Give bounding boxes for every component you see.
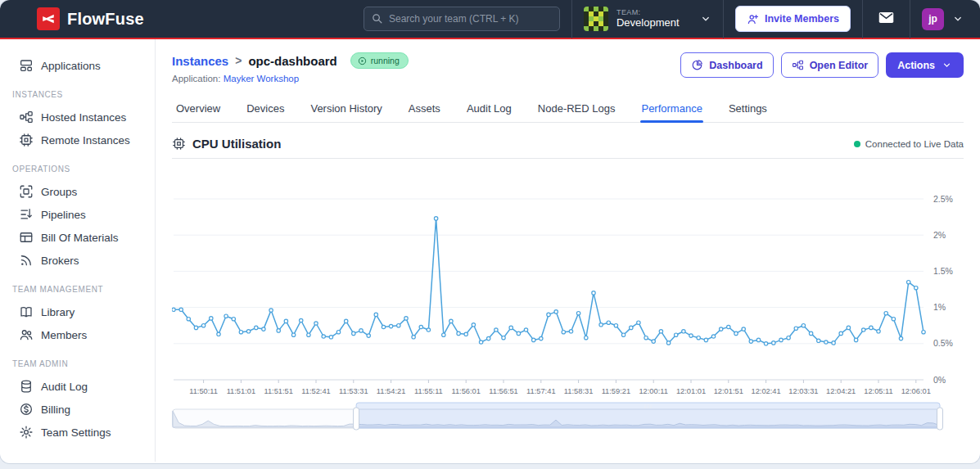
actions-button[interactable]: Actions [886,52,964,78]
breadcrumb-instances-link[interactable]: Instances [172,54,228,68]
sidebar-item-members[interactable]: Members [0,323,155,346]
dashboard-button-label: Dashboard [709,60,762,71]
sidebar-item-hosted-instances[interactable]: Hosted Instances [0,106,155,129]
invite-members-button[interactable]: Invite Members [735,6,851,32]
main-content: Instances > opc-dashboard running Applic… [156,39,980,462]
instance-tabs: OverviewDevicesVersion HistoryAssetsAudi… [172,97,964,123]
remote-instances-icon [19,133,34,147]
sidebar-item-bill-of-materials[interactable]: Bill Of Materials [0,226,155,249]
svg-text:12:02:41: 12:02:41 [751,387,780,395]
svg-text:11:51:01: 11:51:01 [227,387,256,395]
pipelines-icon [19,207,34,222]
tab-version-history[interactable]: Version History [309,97,382,122]
team-selector[interactable]: TEAM: Development [571,0,723,38]
invite-members-label: Invite Members [765,13,839,25]
sidebar-item-pipelines[interactable]: Pipelines [0,203,155,226]
live-status-label: Connected to Live Data [865,139,964,149]
sidebar-item-label: Audit Log [41,381,88,393]
svg-text:2%: 2% [933,230,946,240]
sidebar-item-brokers[interactable]: Brokers [0,249,155,272]
svg-text:11:56:01: 11:56:01 [451,387,481,395]
sidebar-section-team-management: TEAM MANAGEMENT [0,272,155,300]
cpu-chart: 0%0.5%1%1.5%2%2.5%11:50:1111:51:0111:51:… [172,162,964,437]
svg-text:11:53:31: 11:53:31 [339,387,368,395]
svg-text:12:01:51: 12:01:51 [714,387,743,395]
members-icon [19,327,34,342]
sidebar-item-label: Bill Of Materials [41,232,119,244]
sidebar-item-applications[interactable]: Applications [0,54,155,77]
billing-icon [19,402,34,417]
sidebar-section-operations: OPERATIONS [0,151,155,180]
applications-icon [19,58,34,73]
tab-assets[interactable]: Assets [408,97,441,122]
brokers-icon [19,253,34,268]
svg-text:0%: 0% [933,375,946,385]
hosted-instances-icon [19,110,34,124]
user-plus-icon [747,13,759,25]
application-link[interactable]: Mayker Workshop [224,74,299,83]
tab-performance[interactable]: Performance [640,97,702,122]
breadcrumb-separator: > [235,54,242,67]
tab-devices[interactable]: Devices [246,97,285,122]
sidebar-item-label: Team Settings [41,426,111,439]
svg-text:11:54:21: 11:54:21 [377,387,406,395]
svg-text:12:00:11: 12:00:11 [639,387,668,395]
sidebar-item-team-settings[interactable]: Team Settings [0,421,155,444]
svg-text:12:01:01: 12:01:01 [676,387,706,395]
svg-text:11:56:51: 11:56:51 [489,387,518,395]
audit-log-icon [19,379,34,394]
cpu-icon [172,137,186,151]
team-settings-icon [19,425,34,440]
instance-name: opc-dashboard [248,54,336,68]
svg-text:1.5%: 1.5% [933,266,953,276]
team-search [364,7,560,31]
cpu-line-chart: 0%0.5%1%1.5%2%2.5%11:50:1111:51:0111:51:… [172,162,960,398]
panel-header: CPU Utilisation Connected to Live Data [172,137,964,159]
chevron-down-icon [952,13,964,25]
open-editor-button-label: Open Editor [810,60,869,71]
top-navbar: FlowFuse TEAM: Development Invite M [0,0,980,39]
svg-text:0.5%: 0.5% [933,338,953,348]
flowfuse-brand[interactable]: FlowFuse [37,7,144,30]
svg-text:11:55:11: 11:55:11 [414,387,443,395]
sidebar-item-remote-instances[interactable]: Remote Instances [0,129,155,151]
bill-of-materials-icon [19,230,34,245]
tab-node-red-logs[interactable]: Node-RED Logs [537,97,616,122]
sidebar-item-audit-log[interactable]: Audit Log [0,375,155,398]
notifications-button[interactable] [862,0,910,38]
dashboard-button[interactable]: Dashboard [680,52,773,78]
search-input[interactable] [364,7,560,31]
tab-audit-log[interactable]: Audit Log [466,97,513,122]
user-menu[interactable]: jp [910,0,980,38]
sidebar-item-groups[interactable]: Groups [0,180,155,203]
groups-icon [19,184,34,199]
svg-text:11:58:31: 11:58:31 [564,387,594,395]
live-dot-icon [854,141,860,147]
svg-text:1%: 1% [933,302,946,312]
sidebar-item-label: Brokers [41,255,79,267]
sidebar-item-label: Pipelines [41,209,86,221]
application-line: Application: Mayker Workshop [172,74,409,83]
tab-overview[interactable]: Overview [175,97,221,122]
sidebar-item-library[interactable]: Library [0,300,155,323]
sidebar-item-label: Members [41,329,87,341]
invite-section: Invite Members [723,0,862,38]
sidebar-item-billing[interactable]: Billing [0,398,155,421]
sidebar-section-instances: INSTANCES [0,77,155,106]
svg-text:11:59:21: 11:59:21 [602,387,631,395]
sidebar-item-label: Remote Instances [41,134,130,147]
open-editor-button[interactable]: Open Editor [781,52,879,78]
search-icon [371,12,383,25]
chart-range-brush[interactable] [172,401,960,434]
sidebar-item-label: Billing [41,404,70,416]
svg-text:12:06:01: 12:06:01 [901,387,931,395]
header-actions: Dashboard Open Editor Actions [680,52,964,78]
live-status: Connected to Live Data [854,139,964,149]
sidebar-item-label: Hosted Instances [41,111,126,124]
panel-title: CPU Utilisation [192,137,281,151]
app-window: FlowFuse TEAM: Development Invite M [0,0,980,463]
tab-settings[interactable]: Settings [728,97,768,122]
team-avatar [584,7,608,31]
svg-text:11:50:11: 11:50:11 [189,387,218,395]
chevron-down-icon [942,60,952,70]
